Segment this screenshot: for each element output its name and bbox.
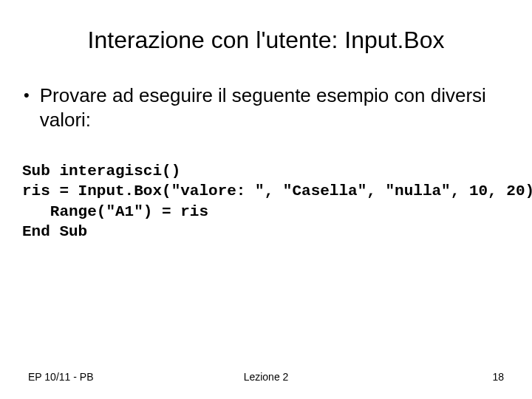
slide-title: Interazione con l'utente: Input.Box <box>22 27 510 54</box>
bullet-text: Provare ad eseguire il seguente esempio … <box>40 83 510 132</box>
code-block: Sub interagisci() ris = Input.Box("valor… <box>22 161 510 242</box>
footer-center: Lezione 2 <box>244 371 289 383</box>
bullet-item: • Provare ad eseguire il seguente esempi… <box>22 83 510 132</box>
footer-right: 18 <box>492 371 504 383</box>
bullet-dot-icon: • <box>24 83 30 107</box>
footer-left: EP 10/11 - PB <box>28 371 93 383</box>
slide: Interazione con l'utente: Input.Box • Pr… <box>0 0 532 399</box>
footer: EP 10/11 - PB Lezione 2 18 <box>0 371 532 383</box>
